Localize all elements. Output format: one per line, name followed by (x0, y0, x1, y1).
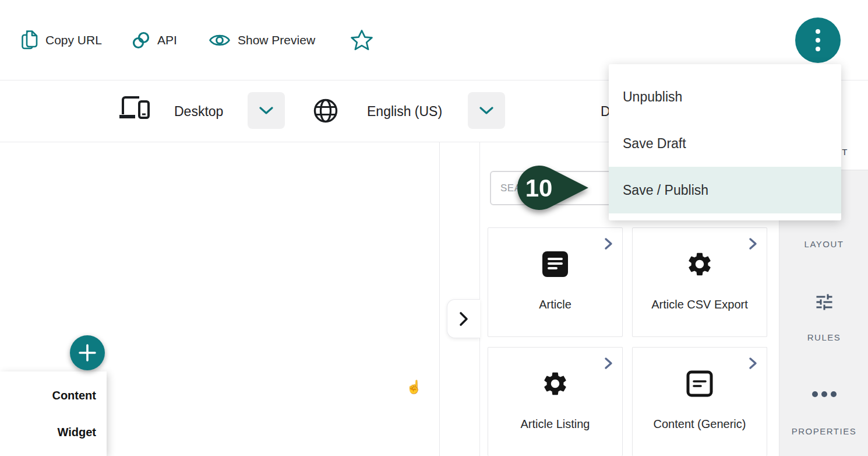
menu-item-widget[interactable]: Widget (0, 414, 107, 451)
gear-icon (633, 250, 767, 278)
hand-cursor: ☝ (406, 380, 422, 395)
language-selector-dropdown[interactable] (468, 92, 505, 129)
tab-properties-label[interactable]: PROPERTIES (779, 426, 868, 436)
eye-icon (209, 31, 231, 49)
device-selector-label: Desktop (174, 104, 223, 120)
device-selector-dropdown[interactable] (248, 92, 285, 129)
menu-item-save-publish[interactable]: Save / Publish (609, 167, 841, 213)
language-selector-label: English (US) (367, 104, 442, 120)
add-widget-button[interactable] (70, 335, 105, 370)
chevron-right-icon (604, 237, 613, 250)
tab-layout-label[interactable]: LAYOUT (779, 239, 868, 249)
copy-url-button[interactable]: Copy URL (21, 0, 102, 80)
kebab-icon (815, 29, 821, 52)
favorite-star-button[interactable] (350, 0, 373, 80)
widget-card-content-generic[interactable]: Content (Generic) (632, 347, 767, 456)
plus-icon (78, 343, 97, 362)
chevron-down-icon (259, 107, 273, 115)
star-icon (350, 29, 373, 51)
page-editor: Copy URL API Show Preview (0, 0, 868, 456)
annotation-number: 10 (525, 174, 553, 202)
link-icon (132, 31, 150, 50)
widget-card-label: Content (Generic) (633, 418, 767, 431)
devices-icon (118, 94, 151, 124)
panel-expand-button[interactable] (447, 299, 480, 338)
tab-rules-label[interactable]: RULES (779, 332, 868, 342)
widget-card-article[interactable]: Article (488, 227, 623, 337)
chevron-right-icon (749, 237, 757, 250)
chevron-down-icon (479, 107, 493, 115)
copy-url-label: Copy URL (45, 33, 102, 47)
article-icon (488, 250, 622, 278)
menu-item-content[interactable]: Content (0, 377, 107, 414)
annotation-pin-10: 10 (517, 164, 590, 211)
sliders-icon[interactable] (779, 292, 868, 313)
show-preview-label: Show Preview (238, 33, 315, 47)
actions-kebab-button[interactable] (795, 17, 841, 63)
add-item-menu: Content Widget (0, 371, 107, 456)
widget-card-label: Article (488, 298, 622, 311)
api-label: API (157, 33, 177, 47)
gear-icon (488, 370, 622, 398)
menu-item-unpublish[interactable]: Unpublish (609, 73, 841, 120)
widget-card-article-csv-export[interactable]: Article CSV Export (632, 227, 767, 337)
content-generic-icon (633, 370, 767, 398)
actions-dropdown-menu: Unpublish Save Draft Save / Publish (609, 64, 841, 220)
chevron-right-icon (604, 357, 613, 370)
menu-item-save-draft[interactable]: Save Draft (609, 120, 841, 167)
widget-card-label: Article CSV Export (633, 298, 767, 311)
widget-card-label: Article Listing (488, 418, 622, 431)
show-preview-button[interactable]: Show Preview (209, 0, 315, 80)
chevron-right-icon (459, 311, 468, 327)
widget-card-article-listing[interactable]: Article Listing (488, 347, 623, 456)
globe-icon (313, 99, 338, 123)
chevron-right-icon (749, 357, 757, 370)
ellipsis-icon[interactable] (779, 391, 868, 398)
api-button[interactable]: API (132, 0, 177, 80)
copy-icon (21, 30, 38, 51)
